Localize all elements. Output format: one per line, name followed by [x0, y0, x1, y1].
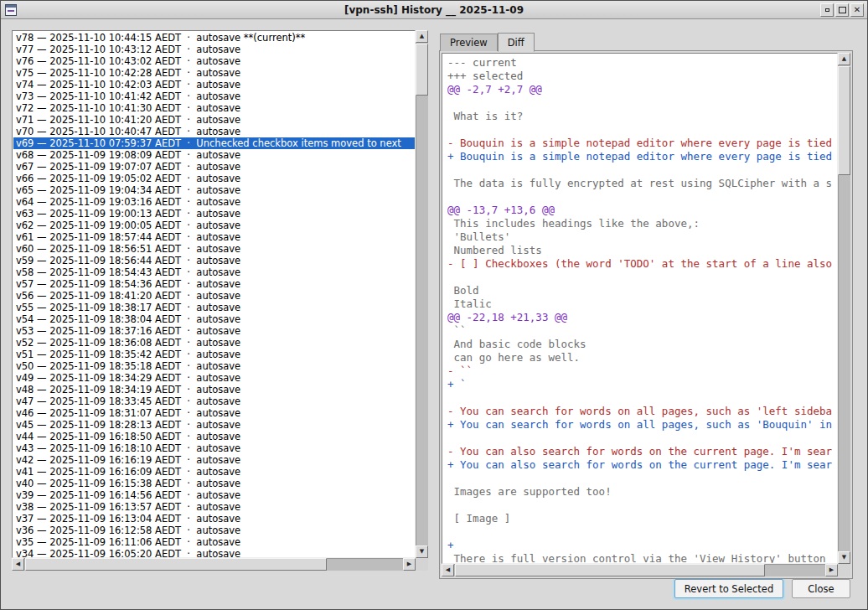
close-dialog-button[interactable]: Close: [792, 579, 850, 598]
diff-line: + You can also search for words on the c…: [447, 458, 837, 472]
scrollbar-thumb[interactable]: [25, 558, 327, 571]
history-row[interactable]: v43 — 2025-11-09 16:18:10 AEDT · autosav…: [13, 442, 415, 454]
history-row[interactable]: v40 — 2025-11-09 16:15:38 AEDT · autosav…: [13, 478, 415, 489]
scrollbar-thumb[interactable]: [455, 564, 765, 576]
scroll-down-button[interactable]: ▼: [838, 551, 850, 564]
diff-vertical-scrollbar[interactable]: ▲ ▼: [838, 53, 850, 564]
scrollbar-corner: [416, 558, 428, 571]
history-row[interactable]: v72 — 2025-11-10 10:41:30 AEDT · autosav…: [13, 102, 415, 114]
history-row[interactable]: v42 — 2025-11-09 16:16:19 AEDT · autosav…: [13, 454, 415, 466]
history-row[interactable]: v67 — 2025-11-09 19:07:07 AEDT · autosav…: [13, 161, 415, 173]
history-row[interactable]: v51 — 2025-11-09 18:35:42 AEDT · autosav…: [13, 349, 415, 360]
history-row[interactable]: v45 — 2025-11-09 18:28:13 AEDT · autosav…: [13, 419, 415, 431]
minimize-icon: [825, 8, 829, 12]
history-row[interactable]: v65 — 2025-11-09 19:04:34 AEDT · autosav…: [13, 184, 415, 196]
diff-line: 'Bullets': [447, 230, 837, 244]
scrollbar-thumb[interactable]: [416, 44, 428, 96]
history-panel: v78 — 2025-11-10 10:44:15 AEDT · autosav…: [12, 30, 428, 571]
history-row[interactable]: v60 — 2025-11-09 18:56:51 AEDT · autosav…: [13, 243, 415, 255]
history-row[interactable]: v75 — 2025-11-10 10:42:28 AEDT · autosav…: [13, 67, 415, 79]
diff-line: + Bouquin is a simple notepad editor whe…: [447, 150, 837, 163]
history-row[interactable]: v74 — 2025-11-10 10:42:03 AEDT · autosav…: [13, 79, 415, 90]
diff-line: What is it?: [447, 110, 837, 123]
scroll-right-button[interactable]: ▶: [403, 558, 416, 571]
history-row[interactable]: v53 — 2025-11-09 18:37:16 AEDT · autosav…: [13, 325, 415, 337]
close-window-button[interactable]: ✕: [850, 3, 864, 17]
diff-text[interactable]: --- current+++ selected@@ -2,7 +2,7 @@ W…: [442, 53, 838, 564]
history-row[interactable]: v37 — 2025-11-09 16:13:04 AEDT · autosav…: [13, 513, 415, 525]
history-row[interactable]: v64 — 2025-11-09 19:03:16 AEDT · autosav…: [13, 196, 415, 208]
history-row[interactable]: v76 — 2025-11-10 10:43:02 AEDT · autosav…: [13, 55, 415, 67]
history-row[interactable]: v34 — 2025-11-09 16:05:20 AEDT · autosav…: [13, 548, 415, 558]
diff-line: Images are supported too!: [447, 485, 837, 499]
history-row[interactable]: v52 — 2025-11-09 18:36:08 AEDT · autosav…: [13, 337, 415, 349]
history-row[interactable]: v68 — 2025-11-09 19:08:09 AEDT · autosav…: [13, 149, 415, 161]
diff-line: [447, 525, 837, 539]
history-row[interactable]: v70 — 2025-11-10 10:40:47 AEDT · autosav…: [13, 126, 415, 137]
history-row[interactable]: v41 — 2025-11-09 16:16:09 AEDT · autosav…: [13, 466, 415, 478]
history-row[interactable]: v36 — 2025-11-09 16:12:58 AEDT · autosav…: [13, 525, 415, 536]
history-row[interactable]: v56 — 2025-11-09 18:41:20 AEDT · autosav…: [13, 290, 415, 302]
history-row[interactable]: v71 — 2025-11-10 10:41:20 AEDT · autosav…: [13, 114, 415, 126]
diff-line: - [ ] Checkboxes (the word 'TODO' at the…: [447, 257, 837, 271]
history-row[interactable]: v46 — 2025-11-09 18:31:07 AEDT · autosav…: [13, 407, 415, 419]
scroll-right-button[interactable]: ▶: [825, 564, 838, 576]
history-row[interactable]: v62 — 2025-11-09 19:00:05 AEDT · autosav…: [13, 220, 415, 231]
window-controls: ✕: [820, 3, 864, 17]
diff-line: Italic: [447, 297, 837, 311]
history-row[interactable]: v63 — 2025-11-09 19:00:13 AEDT · autosav…: [13, 208, 415, 220]
scroll-left-button[interactable]: ◀: [442, 564, 454, 576]
history-row[interactable]: v57 — 2025-11-09 18:54:36 AEDT · autosav…: [13, 278, 415, 290]
history-row[interactable]: v59 — 2025-11-09 18:56:44 AEDT · autosav…: [13, 255, 415, 266]
diff-line: [447, 499, 837, 512]
revert-to-selected-button[interactable]: Revert to Selected: [674, 579, 783, 598]
tab-preview[interactable]: Preview: [440, 34, 498, 51]
diff-line: This includes headings like the above,:: [447, 217, 837, 230]
diff-line: --- current: [447, 56, 837, 70]
diff-line: - Bouquin is a simple notepad editor whe…: [447, 137, 837, 150]
history-row[interactable]: v39 — 2025-11-09 16:14:56 AEDT · autosav…: [13, 489, 415, 501]
history-row[interactable]: v66 — 2025-11-09 19:05:02 AEDT · autosav…: [13, 173, 415, 184]
history-horizontal-scrollbar[interactable]: ◀ ▶: [12, 558, 416, 571]
maximize-button[interactable]: [835, 3, 849, 17]
diff-line: +: [447, 539, 837, 552]
history-row[interactable]: v58 — 2025-11-09 18:54:43 AEDT · autosav…: [13, 266, 415, 278]
history-row[interactable]: v38 — 2025-11-09 16:13:57 AEDT · autosav…: [13, 501, 415, 513]
history-row[interactable]: v54 — 2025-11-09 18:38:04 AEDT · autosav…: [13, 313, 415, 325]
diff-horizontal-scrollbar[interactable]: ◀ ▶: [442, 564, 838, 576]
history-row[interactable]: v49 — 2025-11-09 18:34:29 AEDT · autosav…: [13, 372, 415, 384]
history-row[interactable]: v61 — 2025-11-09 18:57:44 AEDT · autosav…: [13, 231, 415, 243]
history-row[interactable]: v47 — 2025-11-09 18:33:45 AEDT · autosav…: [13, 395, 415, 407]
diff-line: [447, 190, 837, 204]
history-row[interactable]: v44 — 2025-11-09 16:18:50 AEDT · autosav…: [13, 431, 415, 442]
tab-diff[interactable]: Diff: [498, 33, 535, 52]
scroll-down-button[interactable]: ▼: [416, 545, 428, 558]
scroll-left-button[interactable]: ◀: [12, 558, 24, 571]
diff-line: ``: [447, 324, 837, 338]
diff-line: [447, 432, 837, 445]
history-row[interactable]: v69 — 2025-11-10 07:59:37 AEDT · Uncheck…: [13, 137, 415, 149]
history-row[interactable]: v77 — 2025-11-10 10:43:12 AEDT · autosav…: [13, 44, 415, 55]
scroll-up-button[interactable]: ▲: [838, 53, 850, 65]
scroll-up-button[interactable]: ▲: [416, 30, 428, 43]
history-vertical-scrollbar[interactable]: ▲ ▼: [416, 30, 428, 558]
diff-line: [447, 271, 837, 284]
history-row[interactable]: v48 — 2025-11-09 18:34:19 AEDT · autosav…: [13, 384, 415, 395]
scrollbar-thumb[interactable]: [838, 66, 850, 175]
history-row[interactable]: v50 — 2025-11-09 18:35:18 AEDT · autosav…: [13, 360, 415, 372]
minimize-button[interactable]: [820, 3, 834, 17]
diff-line: - You can also search for words on the c…: [447, 445, 837, 458]
history-list[interactable]: v78 — 2025-11-10 10:44:15 AEDT · autosav…: [12, 30, 416, 558]
history-row[interactable]: v35 — 2025-11-09 16:11:06 AEDT · autosav…: [13, 536, 415, 548]
titlebar[interactable]: [vpn-ssh] History __ 2025-11-09 ✕: [1, 1, 867, 19]
history-row[interactable]: v73 — 2025-11-10 10:41:42 AEDT · autosav…: [13, 90, 415, 102]
history-row[interactable]: v55 — 2025-11-09 18:38:17 AEDT · autosav…: [13, 302, 415, 313]
diff-line: [447, 472, 837, 485]
diff-line: - You can search for words on all pages,…: [447, 405, 837, 418]
tab-bar: Preview Diff: [440, 32, 535, 51]
diff-line: [447, 123, 837, 137]
diff-line: + `: [447, 378, 837, 391]
diff-line: The data is fully encrypted at rest usin…: [447, 177, 837, 190]
history-row[interactable]: v78 — 2025-11-10 10:44:15 AEDT · autosav…: [13, 32, 415, 44]
diff-line: +++ selected: [447, 70, 837, 83]
